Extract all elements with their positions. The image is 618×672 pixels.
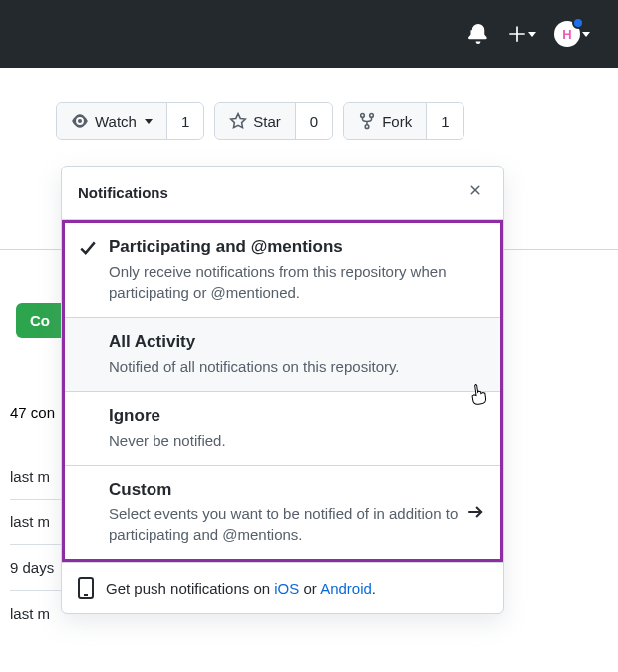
caret-down-icon bbox=[528, 32, 536, 37]
options-list: Participating and @mentions Only receive… bbox=[62, 220, 503, 562]
ios-link[interactable]: iOS bbox=[274, 580, 299, 597]
top-header: H bbox=[0, 0, 618, 68]
option-desc: Notified of all notifications on this re… bbox=[109, 356, 484, 377]
watch-button-group: Watch 1 bbox=[56, 102, 204, 140]
arrow-right-icon bbox=[466, 504, 484, 521]
plus-icon[interactable] bbox=[508, 22, 536, 46]
svg-point-0 bbox=[78, 119, 82, 123]
close-icon bbox=[467, 182, 483, 198]
svg-point-2 bbox=[370, 114, 374, 118]
option-title: All Activity bbox=[109, 332, 484, 352]
fork-button[interactable]: Fork bbox=[344, 103, 426, 139]
avatar-letter: H bbox=[562, 27, 571, 42]
watch-button[interactable]: Watch bbox=[57, 103, 166, 139]
fork-icon bbox=[358, 112, 376, 130]
option-title: Ignore bbox=[109, 406, 484, 426]
svg-point-1 bbox=[361, 114, 365, 118]
option-title: Custom bbox=[109, 480, 466, 500]
caret-down-icon bbox=[582, 32, 590, 37]
fork-label: Fork bbox=[382, 113, 412, 130]
eye-icon bbox=[71, 112, 89, 130]
option-desc: Only receive notifications from this rep… bbox=[109, 261, 484, 303]
option-desc: Never be notified. bbox=[109, 430, 484, 451]
popup-footer: Get push notifications on iOS or Android… bbox=[62, 562, 503, 613]
option-desc: Select events you want to be notified of… bbox=[109, 504, 466, 545]
option-ignore[interactable]: Ignore Never be notified. bbox=[65, 392, 500, 466]
star-count[interactable]: 0 bbox=[295, 103, 332, 139]
avatar: H bbox=[554, 21, 580, 47]
popup-title: Notifications bbox=[78, 184, 168, 201]
notification-dot-icon bbox=[572, 17, 584, 29]
repo-actions: Watch 1 Star 0 Fork 1 bbox=[0, 68, 618, 140]
svg-point-3 bbox=[365, 125, 369, 129]
user-menu[interactable]: H bbox=[554, 21, 590, 47]
watch-label: Watch bbox=[95, 113, 137, 130]
option-participating[interactable]: Participating and @mentions Only receive… bbox=[65, 223, 500, 318]
fork-button-group: Fork 1 bbox=[343, 102, 464, 140]
option-custom[interactable]: Custom Select events you want to be noti… bbox=[65, 466, 500, 559]
option-title: Participating and @mentions bbox=[109, 237, 484, 257]
fork-count[interactable]: 1 bbox=[426, 103, 463, 139]
notifications-popup: Notifications Participating and @mention… bbox=[61, 166, 504, 614]
close-button[interactable] bbox=[464, 178, 487, 207]
caret-down-icon bbox=[145, 119, 153, 124]
star-button-group: Star 0 bbox=[214, 102, 333, 140]
star-icon bbox=[229, 112, 247, 130]
popup-header: Notifications bbox=[62, 167, 503, 220]
mobile-icon bbox=[78, 577, 94, 599]
android-link[interactable]: Android bbox=[320, 580, 372, 597]
code-button[interactable]: Co bbox=[16, 303, 64, 338]
watch-count[interactable]: 1 bbox=[166, 103, 203, 139]
check-icon bbox=[79, 239, 97, 257]
star-button[interactable]: Star bbox=[215, 103, 295, 139]
option-all-activity[interactable]: All Activity Notified of all notificatio… bbox=[65, 318, 500, 392]
bell-icon[interactable] bbox=[466, 22, 490, 46]
star-label: Star bbox=[253, 113, 281, 130]
commit-count: 47 con bbox=[10, 404, 55, 421]
footer-text: Get push notifications on iOS or Android… bbox=[106, 580, 376, 597]
